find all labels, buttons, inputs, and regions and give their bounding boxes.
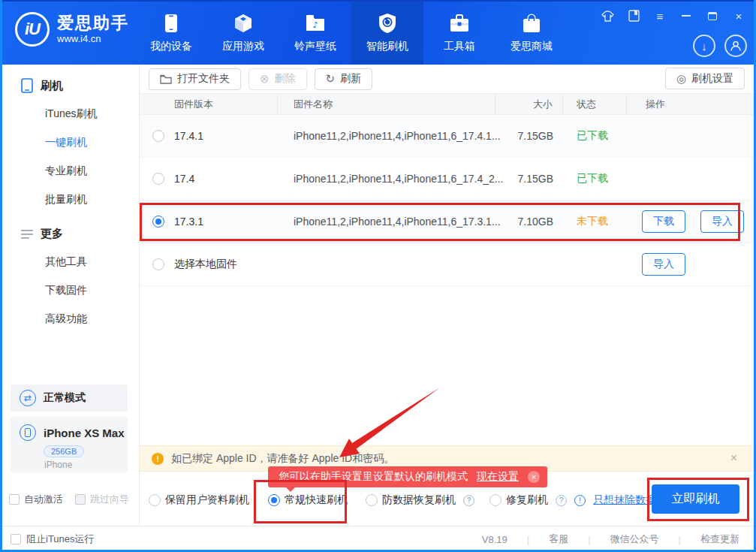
- flash-mode-tooltip: 您可以在助手设置里设置默认的刷机模式 现在设置 ×: [268, 466, 547, 487]
- maximize-icon[interactable]: [706, 9, 719, 23]
- help-icon[interactable]: ?: [556, 495, 567, 506]
- auto-activate-checkbox[interactable]: 自动激活: [9, 493, 63, 506]
- firmware-row-17-3-1[interactable]: 17.3.1 iPhone11,2,iPhone11,4,iPhone11,6_…: [140, 201, 754, 243]
- radio-unselected[interactable]: [152, 173, 164, 185]
- nav-store[interactable]: 爱思商城: [495, 0, 568, 65]
- toolbox-icon: [448, 12, 471, 35]
- radio-unselected[interactable]: [366, 494, 378, 506]
- tooltip-close-icon[interactable]: ×: [528, 471, 540, 483]
- window-controls: ≡ ×: [601, 9, 745, 23]
- nav-toolbox[interactable]: 工具箱: [423, 0, 495, 65]
- radio-unselected[interactable]: [489, 494, 501, 506]
- option-repair-flash[interactable]: 修复刷机 ? ! 只想抹除数据?: [489, 493, 662, 507]
- radio-selected[interactable]: [268, 494, 280, 506]
- refresh-icon: ↻: [326, 72, 336, 86]
- i4-logo-icon: iU: [15, 12, 50, 47]
- radio-unselected[interactable]: [152, 130, 164, 142]
- shield-refresh-icon: [376, 12, 399, 35]
- nav-label: 应用游戏: [222, 40, 264, 53]
- customer-service-link[interactable]: 客服: [529, 532, 588, 546]
- phone-icon: [160, 12, 182, 35]
- delete-button[interactable]: ⊗ 删除: [248, 68, 307, 90]
- user-account-icon[interactable]: [724, 35, 747, 57]
- import-button[interactable]: 导入: [700, 210, 744, 233]
- nav-label: 智能刷机: [366, 40, 408, 53]
- firmware-size: 7.10GB: [495, 216, 563, 228]
- sidebar-item-download-firmware[interactable]: 下载固件: [45, 276, 139, 304]
- nav-apps-games[interactable]: 应用游戏: [207, 0, 279, 65]
- help-icon[interactable]: ?: [463, 495, 474, 506]
- minimize-icon[interactable]: [679, 9, 693, 23]
- close-icon[interactable]: ×: [732, 9, 745, 23]
- app-title: 爱思助手: [57, 14, 129, 32]
- sidebar-section-more: 更多: [21, 227, 139, 241]
- download-manager-icon[interactable]: ↓: [693, 35, 715, 57]
- sidebar-checkboxes: 自动激活 跳过向导: [9, 493, 129, 506]
- toolbar: 打开文件夹 ⊗ 删除 ↻ 刷新 ◎ 刷机设置: [140, 65, 754, 93]
- checkbox-icon: [11, 534, 21, 544]
- button-label: 刷机设置: [691, 72, 733, 86]
- sidebar-item-batch-flash[interactable]: 批量刷机: [45, 185, 139, 213]
- flash-now-button[interactable]: 立即刷机: [652, 484, 739, 514]
- nav-ringtones-wallpapers[interactable]: ♪ 铃声壁纸: [279, 0, 351, 65]
- option-anti-data-recovery[interactable]: 防数据恢复刷机 ?: [366, 493, 474, 507]
- main-nav: 我的设备 应用游戏 ♪ 铃声壁纸 智能刷机: [135, 0, 568, 65]
- music-folder-icon: ♪: [304, 12, 327, 35]
- device-capacity-badge: 256GB: [44, 445, 84, 457]
- theme-skin-icon[interactable]: [601, 9, 614, 23]
- button-label: 删除: [275, 72, 296, 86]
- sidebar-item-pro-flash[interactable]: 专业刷机: [45, 156, 139, 185]
- firmware-row-17-4[interactable]: 17.4 iPhone11,2,iPhone11,4,iPhone11,6_17…: [140, 158, 754, 201]
- radio-unselected[interactable]: [149, 494, 161, 506]
- option-label: 常规快速刷机: [285, 493, 348, 507]
- app-version: V8.19: [462, 534, 527, 545]
- folder-icon: [160, 74, 172, 84]
- device-mode-card[interactable]: ⇄ 正常模式: [11, 385, 128, 412]
- device-name: iPhone XS Max: [44, 427, 125, 439]
- sidebar-item-advanced[interactable]: 高级功能: [45, 304, 139, 333]
- nav-smart-flash[interactable]: 智能刷机: [351, 0, 423, 65]
- button-label: 打开文件夹: [177, 72, 230, 86]
- import-button[interactable]: 导入: [642, 253, 685, 276]
- app-url: www.i4.cn: [57, 33, 129, 44]
- nav-label: 我的设备: [150, 40, 192, 53]
- delete-circle-icon: ⊗: [260, 72, 270, 86]
- sidebar-item-one-click-flash[interactable]: 一键刷机: [45, 128, 139, 156]
- firmware-name: iPhone11,2,iPhone11,4,iPhone11,6_17.4_2.…: [278, 173, 495, 185]
- firmware-version: 17.4: [174, 173, 194, 185]
- sidebar-item-other-tools[interactable]: 其他工具: [45, 247, 139, 276]
- normal-mode-icon: ⇄: [20, 390, 36, 406]
- checkbox-label: 阻止iTunes运行: [26, 532, 95, 546]
- wechat-official-link[interactable]: 微信公众号: [591, 532, 679, 546]
- block-itunes-checkbox[interactable]: 阻止iTunes运行: [11, 532, 95, 546]
- nav-my-devices[interactable]: 我的设备: [135, 0, 207, 65]
- device-card[interactable]: iPhone XS Max 256GB iPhone: [11, 417, 128, 472]
- option-keep-user-data[interactable]: 保留用户资料刷机: [149, 493, 249, 507]
- option-normal-fast-flash[interactable]: 常规快速刷机: [268, 493, 348, 507]
- nav-label: 工具箱: [444, 40, 475, 53]
- set-now-link[interactable]: 现在设置: [477, 470, 519, 484]
- checkbox-label: 跳过向导: [90, 493, 129, 506]
- window-border-top: [0, 0, 756, 2]
- skip-setup-checkbox[interactable]: 跳过向导: [75, 493, 129, 506]
- refresh-button[interactable]: ↻ 刷新: [315, 68, 373, 90]
- firmware-size: 7.15GB: [495, 130, 563, 142]
- column-header-size: 大小: [495, 94, 563, 114]
- feedback-note-icon[interactable]: [627, 9, 640, 23]
- column-header-status: 状态: [563, 94, 627, 114]
- check-update-link[interactable]: 检查更新: [681, 532, 739, 546]
- app-window: iU 爱思助手 www.i4.cn 我的设备 应用游戏 ♪: [0, 0, 756, 552]
- main-content: 打开文件夹 ⊗ 删除 ↻ 刷新 ◎ 刷机设置 固件版本 固件名称 大小 状态 操…: [140, 65, 754, 526]
- firmware-row-17-4-1[interactable]: 17.4.1 iPhone11,2,iPhone11,4,iPhone11,6_…: [140, 115, 754, 158]
- button-label: 刷新: [340, 72, 361, 86]
- status-downloaded: 已下载: [577, 172, 608, 186]
- notice-close-icon[interactable]: ×: [730, 451, 737, 465]
- sidebar-item-itunes-flash[interactable]: iTunes刷机: [45, 99, 139, 128]
- flash-settings-button[interactable]: ◎ 刷机设置: [665, 68, 745, 89]
- download-button[interactable]: 下载: [642, 210, 685, 233]
- open-folder-button[interactable]: 打开文件夹: [149, 68, 241, 90]
- menu-icon[interactable]: ≡: [653, 9, 667, 23]
- radio-unselected[interactable]: [152, 258, 164, 270]
- radio-selected[interactable]: [152, 216, 164, 228]
- local-firmware-row[interactable]: 选择本地固件 导入: [140, 243, 754, 286]
